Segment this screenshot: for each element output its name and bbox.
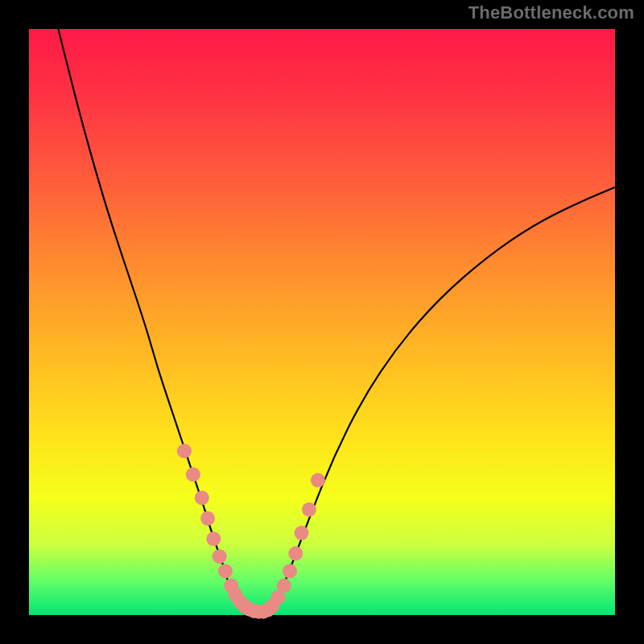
marker-dot xyxy=(206,531,221,546)
marker-dot xyxy=(295,526,309,540)
curve-path xyxy=(58,29,615,612)
marker-dot xyxy=(218,564,233,578)
marker-dot xyxy=(283,564,297,578)
marker-dot xyxy=(277,579,291,593)
marker-dot xyxy=(200,511,215,526)
marker-dot xyxy=(288,547,303,561)
marker-dot xyxy=(186,467,200,481)
marker-dots xyxy=(177,444,325,618)
marker-dot xyxy=(213,549,227,564)
marker-dot xyxy=(311,473,325,488)
chart-frame: TheBottleneck.com xyxy=(0,0,644,644)
marker-dot xyxy=(177,444,192,458)
bottleneck-curve xyxy=(58,29,615,612)
watermark-label: TheBottleneck.com xyxy=(469,2,634,23)
marker-dot xyxy=(302,502,316,517)
marker-dot xyxy=(195,490,209,505)
chart-svg xyxy=(0,0,644,644)
